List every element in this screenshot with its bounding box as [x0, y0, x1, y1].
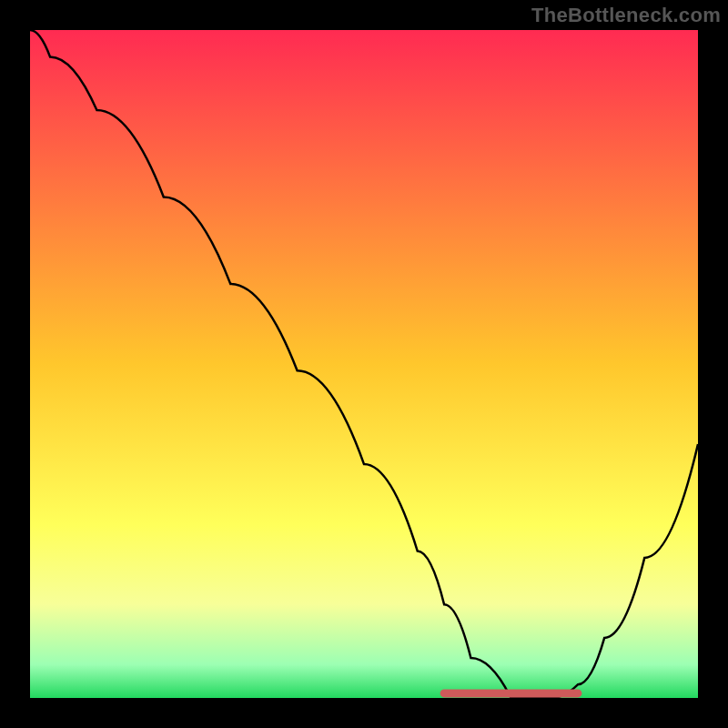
watermark-text: TheBottleneck.com	[531, 4, 721, 27]
chart-container: TheBottleneck.com	[0, 0, 728, 728]
chart-svg	[0, 0, 728, 728]
